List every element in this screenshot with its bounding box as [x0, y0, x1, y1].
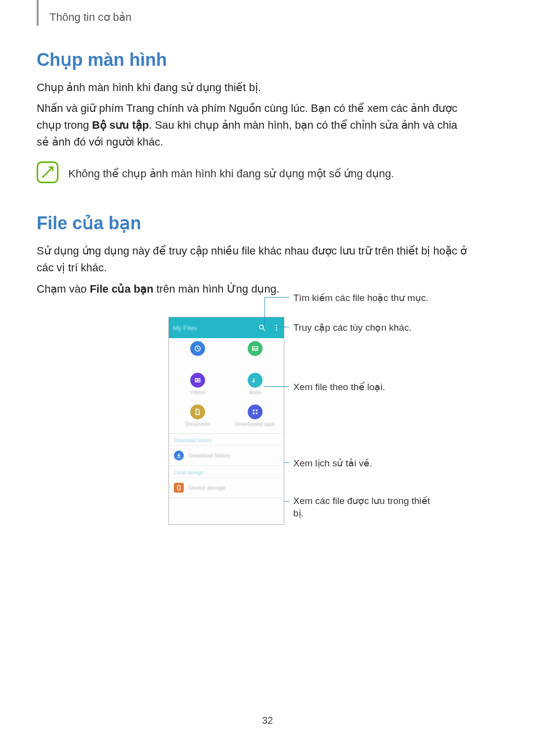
- svg-point-0: [260, 325, 264, 329]
- para-3: Sử dụng ứng dụng này để truy cập nhiều f…: [37, 243, 468, 276]
- svg-line-1: [263, 329, 265, 331]
- callout-line: [278, 327, 289, 327]
- svg-rect-8: [253, 409, 254, 411]
- callout-line: [265, 297, 289, 298]
- svg-point-3: [276, 327, 277, 329]
- phone-mock: My Files Videos: [168, 317, 284, 525]
- heading-screenshot: Chụp màn hình: [37, 50, 468, 70]
- page-content: Chụp màn hình Chụp ảnh màn hình khi đang…: [37, 50, 468, 302]
- app-title: My Files: [173, 324, 197, 332]
- note-row: Không thể chụp ảnh màn hình khi đang sử …: [37, 161, 468, 183]
- para-2-bold: Bộ sưu tập: [92, 119, 149, 131]
- callout-line: [265, 297, 265, 327]
- callout-device: Xem các file được lưu trong thiết bị.: [293, 495, 437, 519]
- more-icon[interactable]: [273, 324, 280, 332]
- svg-rect-10: [253, 412, 254, 414]
- svg-rect-11: [256, 412, 257, 414]
- cat-audio-label: Audio: [249, 390, 262, 395]
- document-icon: [190, 404, 205, 419]
- cat-apps-label: Downloaded apps: [235, 421, 275, 427]
- callout-line: [284, 501, 289, 502]
- callout-download: Xem lịch sử tải về.: [293, 457, 437, 470]
- row-download-history[interactable]: Download history: [169, 446, 284, 466]
- note-icon: [37, 161, 58, 183]
- header-accent-bar: [37, 0, 39, 26]
- para-1: Chụp ảnh màn hình khi đang sử dụng thiết…: [37, 79, 468, 96]
- svg-point-2: [276, 325, 277, 326]
- image-icon: [248, 341, 263, 356]
- cat-images[interactable]: [226, 338, 284, 370]
- breadcrumb: Thông tin cơ bản: [50, 11, 131, 24]
- svg-point-4: [276, 329, 277, 331]
- cat-audio[interactable]: Audio: [226, 370, 284, 402]
- callout-line: [264, 386, 289, 387]
- video-icon: [190, 373, 205, 388]
- callout-category: Xem file theo thể loại.: [293, 381, 437, 394]
- section-local-storage: Local storage: [169, 466, 284, 478]
- page-number: 32: [0, 715, 535, 726]
- row-download-label: Download history: [189, 453, 230, 458]
- cat-recent[interactable]: [169, 338, 226, 370]
- music-icon: [248, 373, 263, 388]
- para-4-bold: File của bạn: [90, 283, 153, 295]
- apps-icon: [248, 404, 263, 419]
- row-device-storage[interactable]: Device storage: [169, 478, 284, 498]
- heading-files: File của bạn: [37, 213, 468, 234]
- para-4a: Chạm vào: [37, 283, 90, 295]
- cat-videos-label: Videos: [190, 390, 205, 395]
- device-icon: [174, 483, 184, 493]
- figure: My Files Videos: [168, 287, 485, 525]
- cat-docs-label: Documents: [185, 421, 211, 427]
- app-bar-icons: [258, 324, 280, 332]
- cat-downloaded-apps[interactable]: Downloaded apps: [226, 402, 284, 433]
- section-download-history: Download history: [169, 434, 284, 446]
- para-2: Nhấn và giữ phím Trang chính và phím Ngu…: [37, 100, 468, 151]
- cat-videos[interactable]: Videos: [169, 370, 226, 402]
- svg-rect-12: [178, 486, 180, 490]
- cat-documents[interactable]: Documents: [169, 402, 226, 433]
- callout-more: Truy cập các tùy chọn khác.: [293, 322, 437, 334]
- callout-search: Tìm kiếm các file hoặc thư mục.: [293, 292, 437, 304]
- app-bar: My Files: [169, 317, 284, 338]
- download-icon: [174, 451, 184, 460]
- clock-icon: [190, 341, 205, 356]
- note-text: Không thể chụp ảnh màn hình khi đang sử …: [68, 161, 394, 182]
- callout-line: [284, 462, 289, 463]
- svg-rect-9: [256, 409, 257, 411]
- row-device-label: Device storage: [189, 485, 225, 491]
